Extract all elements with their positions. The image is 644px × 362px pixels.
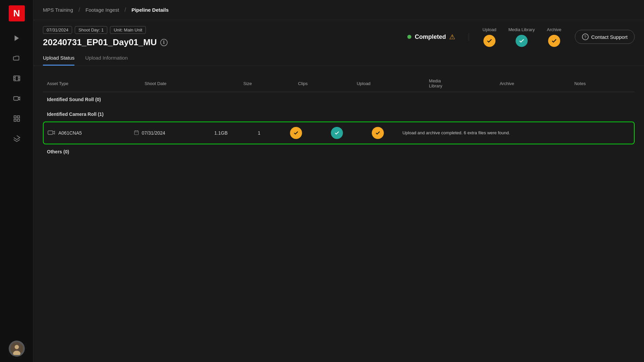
notes-text: Upload and archive completed. 6 extra fi… — [402, 130, 510, 135]
breadcrumb-sep-1: / — [78, 6, 80, 13]
stage-archive: Archive — [547, 27, 561, 47]
col-notes: Notes — [570, 75, 635, 92]
tag-date: 07/31/2024 — [43, 26, 72, 34]
cell-archive-status — [357, 122, 398, 144]
cell-asset-name: A061CNA5 — [44, 122, 130, 144]
asset-cell: A061CNA5 — [48, 130, 126, 137]
highlighted-row-wrapper: A061CNA5 07/31/2024 1.1GB — [43, 122, 635, 144]
section-others-label: Others (0) — [43, 144, 635, 159]
svg-marker-0 — [14, 35, 19, 41]
stage-media-check — [516, 35, 528, 47]
sidebar-item-play[interactable] — [8, 29, 25, 47]
netflix-logo[interactable]: N — [9, 5, 25, 21]
sidebar-item-layers[interactable] — [8, 130, 25, 147]
svg-point-15 — [14, 345, 19, 349]
contact-support-label: Contact Support — [591, 34, 628, 40]
sidebar-item-film[interactable] — [8, 70, 25, 87]
breadcrumb-mps[interactable]: MPS Training — [43, 7, 73, 13]
svg-rect-10 — [14, 116, 16, 118]
section-camera-roll: Identified Camera Roll (1) — [43, 107, 635, 122]
tabs-row: Upload Status Upload Information — [34, 51, 644, 66]
stage-media-label: Media Library — [508, 27, 535, 32]
section-sound-label: Identified Sound Roll (0) — [43, 92, 635, 107]
section-camera-label: Identified Camera Roll (1) — [43, 107, 635, 122]
tab-upload-status[interactable]: Upload Status — [43, 51, 74, 66]
pipeline-header: 07/31/2024 Shoot Day: 1 Unit: Main Unit … — [34, 20, 644, 48]
tag-unit: Unit: Main Unit — [110, 26, 146, 34]
stage-archive-label: Archive — [547, 27, 561, 32]
table-header: Asset Type Shoot Date Size Clips Upload … — [43, 75, 635, 92]
pipeline-title-text: 20240731_EP01_Day01_MU — [43, 37, 157, 48]
col-asset-type: Asset Type — [43, 75, 140, 92]
breadcrumb-footage[interactable]: Footage Ingest — [85, 7, 119, 13]
sidebar-item-grid[interactable] — [8, 110, 25, 127]
others-table: Others (0) — [43, 144, 635, 159]
main-table: Asset Type Shoot Date Size Clips Upload … — [43, 75, 635, 122]
svg-rect-18 — [134, 131, 138, 134]
top-header: MPS Training / Footage Ingest / Pipeline… — [34, 0, 644, 20]
contact-support-button[interactable]: ? Contact Support — [575, 30, 635, 44]
col-upload: Upload — [353, 75, 425, 92]
date-cell: 07/31/2024 — [134, 130, 207, 136]
status-dot — [407, 35, 411, 39]
cell-upload-status — [276, 122, 316, 144]
tab-upload-information[interactable]: Upload Information — [85, 51, 128, 66]
cell-size: 1.1GB — [210, 122, 254, 144]
sidebar-item-video[interactable] — [8, 90, 25, 107]
stage-archive-check — [548, 35, 560, 47]
row-archive-check — [372, 127, 384, 139]
pipeline-right: Completed ⚠ Upload Media Library — [407, 27, 635, 47]
shoot-date-text: 07/31/2024 — [142, 130, 165, 136]
svg-rect-1 — [13, 76, 19, 81]
svg-rect-17 — [48, 131, 53, 134]
cell-clips: 1 — [254, 122, 276, 144]
stage-upload-check — [483, 35, 495, 47]
sidebar-item-folder[interactable] — [8, 50, 25, 67]
info-icon[interactable]: ℹ — [160, 39, 168, 46]
status-section: Completed ⚠ — [407, 33, 469, 41]
cell-shoot-date: 07/31/2024 — [130, 122, 211, 144]
svg-rect-13 — [17, 119, 19, 121]
asset-name-text: A061CNA5 — [58, 130, 82, 136]
sidebar: N — [0, 0, 34, 362]
user-avatar[interactable] — [9, 341, 25, 357]
calendar-icon — [134, 130, 139, 136]
table-body: Identified Sound Roll (0) Identified Cam… — [43, 92, 635, 122]
breadcrumb-pipeline: Pipeline Details — [131, 7, 169, 13]
col-shoot-date: Shoot Date — [140, 75, 239, 92]
stage-upload-label: Upload — [482, 27, 496, 32]
content-area: Asset Type Shoot Date Size Clips Upload … — [34, 66, 644, 362]
pipeline-left: 07/31/2024 Shoot Day: 1 Unit: Main Unit … — [43, 26, 407, 48]
section-sound-roll: Identified Sound Roll (0) — [43, 92, 635, 107]
camera-roll-icon — [48, 130, 55, 137]
cell-notes: Upload and archive completed. 6 extra fi… — [398, 122, 634, 144]
table-row: A061CNA5 07/31/2024 1.1GB — [44, 122, 634, 144]
svg-rect-11 — [17, 116, 19, 118]
section-others: Others (0) — [43, 144, 635, 159]
pipeline-tags: 07/31/2024 Shoot Day: 1 Unit: Main Unit — [43, 26, 407, 34]
pipeline-title: 20240731_EP01_Day01_MU ℹ — [43, 37, 407, 48]
breadcrumb-sep-2: / — [124, 6, 126, 13]
warning-icon: ⚠ — [449, 33, 455, 41]
stage-media-library: Media Library — [508, 27, 535, 47]
svg-rect-8 — [13, 97, 18, 100]
stage-upload: Upload — [482, 27, 496, 47]
svg-marker-9 — [18, 97, 20, 100]
svg-rect-12 — [14, 119, 16, 121]
status-label: Completed — [415, 33, 446, 41]
main-content: MPS Training / Footage Ingest / Pipeline… — [34, 0, 644, 362]
col-size: Size — [239, 75, 294, 92]
contact-icon: ? — [582, 33, 589, 40]
pipeline-stages: Upload Media Library Archive — [482, 27, 561, 47]
col-clips: Clips — [294, 75, 353, 92]
tag-shoot-day: Shoot Day: 1 — [75, 26, 107, 34]
col-archive: Archive — [495, 75, 570, 92]
row-upload-check — [290, 127, 302, 139]
col-media-library: Media Library — [425, 75, 496, 92]
cell-media-library-status — [316, 122, 357, 144]
row-media-check — [331, 127, 343, 139]
